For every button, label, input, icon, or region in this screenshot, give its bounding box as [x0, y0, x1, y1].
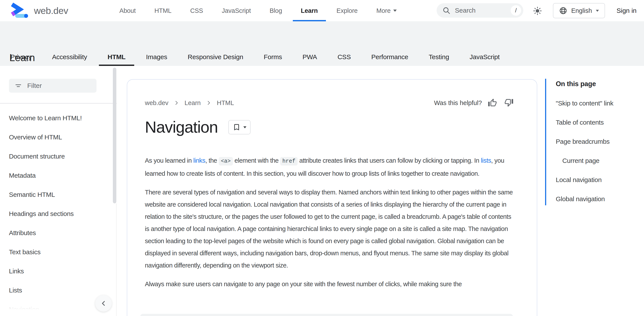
webdev-logo-icon	[9, 2, 30, 19]
tab-responsive-design[interactable]: Responsive Design	[179, 48, 252, 66]
sidebar-item-navigation[interactable]: Navigation	[0, 300, 110, 316]
course-sidebar: Filter Welcome to Learn HTML! Overview o…	[0, 66, 122, 316]
chevron-down-icon	[596, 10, 599, 12]
tab-css[interactable]: CSS	[329, 48, 360, 66]
tab-javascript[interactable]: JavaScript	[461, 48, 508, 66]
thumbs-down-button[interactable]	[503, 97, 515, 109]
sidebar-item-lists[interactable]: Lists	[0, 281, 110, 300]
toc-item-global-navigation[interactable]: Global navigation	[556, 189, 639, 209]
page-title: Navigation	[145, 117, 218, 138]
title-row: Navigation	[145, 117, 515, 138]
breadcrumb-webdev[interactable]: web.dev	[145, 99, 168, 107]
nav-item-explore[interactable]: Explore	[327, 0, 367, 21]
nav-item-html[interactable]: HTML	[145, 0, 181, 21]
lesson-list: Welcome to Learn HTML! Overview of HTML …	[0, 109, 110, 316]
chevron-left-icon	[99, 299, 108, 308]
tab-performance[interactable]: Performance	[362, 48, 417, 66]
sidebar-item-overview[interactable]: Overview of HTML	[0, 128, 110, 147]
article-header-row: web.dev Learn HTML Was this helpful?	[145, 98, 515, 107]
sidebar-item-welcome[interactable]: Welcome to Learn HTML!	[0, 109, 110, 128]
theme-toggle-button[interactable]	[532, 6, 542, 16]
search-shortcut-badge: /	[511, 5, 521, 16]
helpful-label: Was this helpful?	[434, 99, 482, 107]
toc-list: "Skip to content" link Table of contents…	[556, 94, 639, 209]
filter-icon	[14, 82, 22, 89]
sign-in-button[interactable]: Sign in	[616, 0, 636, 21]
search-icon	[442, 6, 450, 14]
sidebar-divider	[0, 103, 117, 104]
toc-item-page-breadcrumbs[interactable]: Page breadcrumbs	[556, 132, 639, 151]
chevron-right-icon	[174, 100, 179, 106]
tab-html[interactable]: HTML	[99, 48, 134, 66]
language-label: English	[571, 7, 592, 14]
search-input[interactable]: Search /	[436, 3, 523, 18]
nav-item-css[interactable]: CSS	[181, 0, 212, 21]
nav-item-about[interactable]: About	[110, 0, 145, 21]
bookmark-icon	[232, 123, 241, 131]
sidebar-item-attributes[interactable]: Attributes	[0, 223, 110, 243]
chevron-down-icon	[243, 126, 246, 128]
code-href-attribute: href	[280, 157, 298, 165]
toc-item-table-of-contents[interactable]: Table of contents	[556, 113, 639, 132]
language-selector[interactable]: English	[553, 3, 605, 18]
article-body: As you learned in links, the <a> element…	[145, 155, 515, 290]
nav-item-learn[interactable]: Learn	[292, 0, 327, 21]
filter-placeholder: Filter	[27, 82, 42, 89]
webdev-logo[interactable]: web.dev	[9, 0, 68, 21]
chevron-right-icon	[206, 100, 212, 106]
article-card: web.dev Learn HTML Was this helpful?	[127, 79, 537, 316]
toc-item-local-navigation[interactable]: Local navigation	[556, 170, 639, 189]
lists-inline-link[interactable]: lists	[481, 157, 491, 164]
links-inline-link[interactable]: links	[193, 157, 205, 164]
sidebar-item-headings-sections[interactable]: Headings and sections	[0, 204, 110, 223]
sidebar-item-metadata[interactable]: Metadata	[0, 166, 110, 185]
paragraph: Always make sure users can navigate to a…	[145, 278, 513, 290]
tab-testing[interactable]: Testing	[420, 48, 458, 66]
toc-item-current-page[interactable]: Current page	[556, 151, 639, 170]
main-nav: About HTML CSS JavaScript Blog Learn Exp…	[110, 0, 406, 21]
toc-item-skip-to-content[interactable]: "Skip to content" link	[556, 94, 639, 113]
tab-forms[interactable]: Forms	[255, 48, 291, 66]
paragraph: There are several types of navigation an…	[145, 186, 513, 271]
sidebar-collapse-button[interactable]	[95, 295, 112, 312]
on-this-page-toc: On this page "Skip to content" link Tabl…	[545, 78, 639, 209]
code-a-element: <a>	[219, 157, 233, 165]
breadcrumb-html[interactable]: HTML	[217, 99, 234, 107]
bookmark-button[interactable]	[228, 120, 250, 134]
breadcrumb: web.dev Learn HTML	[145, 99, 234, 107]
nav-item-more[interactable]: More	[367, 0, 406, 21]
learn-header: Learn Privacy Accessibility HTML Images …	[0, 21, 644, 66]
sidebar-scrollbar-thumb[interactable]	[113, 68, 116, 203]
chevron-down-icon	[393, 9, 397, 12]
feedback-widget: Was this helpful?	[434, 97, 515, 109]
tab-pwa[interactable]: PWA	[294, 48, 326, 66]
sidebar-item-semantic-html[interactable]: Semantic HTML	[0, 185, 110, 204]
tab-privacy[interactable]: Privacy	[2, 48, 40, 66]
paragraph: As you learned in links, the <a> element…	[145, 155, 513, 180]
globe-icon	[559, 6, 567, 15]
sidebar-item-text-basics[interactable]: Text basics	[0, 243, 110, 262]
top-bar: web.dev About HTML CSS JavaScript Blog L…	[0, 0, 644, 21]
toc-accent-bar	[545, 79, 546, 205]
nav-item-blog[interactable]: Blog	[260, 0, 291, 21]
thumbs-up-button[interactable]	[486, 97, 498, 109]
search-placeholder: Search	[455, 7, 511, 14]
tab-images[interactable]: Images	[137, 48, 176, 66]
course-tabs: Privacy Accessibility HTML Images Respon…	[2, 48, 508, 66]
next-block-edge	[140, 314, 513, 316]
sidebar-scrollbar-track	[116, 203, 116, 316]
sidebar-item-links[interactable]: Links	[0, 262, 110, 281]
toc-heading: On this page	[556, 78, 639, 90]
tab-accessibility[interactable]: Accessibility	[43, 48, 96, 66]
brand-text: web.dev	[34, 5, 68, 16]
sidebar-item-document-structure[interactable]: Document structure	[0, 147, 110, 166]
filter-input[interactable]: Filter	[9, 79, 96, 93]
breadcrumb-learn[interactable]: Learn	[184, 99, 201, 107]
nav-item-javascript[interactable]: JavaScript	[212, 0, 260, 21]
sun-icon	[533, 6, 542, 16]
